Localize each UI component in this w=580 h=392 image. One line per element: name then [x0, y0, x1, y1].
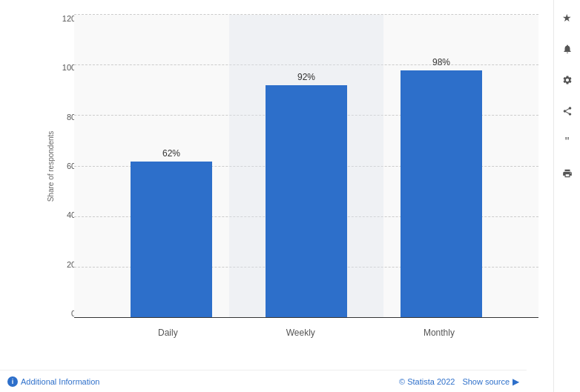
bar-weekly [266, 85, 347, 318]
chart-wrapper: Share of respondents 0% 20% 40% 60% 80% … [45, 15, 538, 348]
main-container: Share of respondents 0% 20% 40% 60% 80% … [0, 0, 580, 392]
bell-icon[interactable] [557, 39, 578, 59]
share-icon[interactable] [557, 101, 578, 122]
chart-area: Share of respondents 0% 20% 40% 60% 80% … [0, 0, 553, 392]
bar-group-daily: 62% [131, 148, 212, 318]
bar-monthly [401, 70, 482, 318]
star-icon[interactable]: ★ [557, 7, 578, 28]
show-source-link[interactable]: Show source ▶ [462, 376, 519, 387]
y-axis-title: Share of respondents [47, 131, 56, 202]
quote-icon[interactable]: " [557, 132, 578, 153]
bar-value-daily: 62% [162, 148, 180, 159]
print-icon[interactable] [557, 163, 578, 184]
plot-area: 62% 92% 98% [74, 15, 538, 318]
footer-left: i Additional Information [7, 376, 99, 387]
bars-container: 62% 92% 98% [74, 15, 538, 318]
footer-right: © Statista 2022 Show source ▶ [399, 376, 519, 387]
sidebar: ★ " [553, 0, 580, 392]
x-label-monthly: Monthly [424, 328, 455, 338]
show-source-arrow: ▶ [513, 376, 519, 387]
x-axis: Daily Weekly Monthly [74, 318, 538, 348]
bar-value-weekly: 92% [297, 72, 315, 82]
gear-icon[interactable] [557, 70, 578, 90]
bar-group-weekly: 92% [266, 72, 347, 318]
additional-info-link[interactable]: Additional Information [21, 377, 99, 386]
x-label-weekly: Weekly [286, 328, 315, 338]
copyright-text: © Statista 2022 [399, 377, 455, 386]
x-label-daily: Daily [158, 328, 178, 338]
info-icon: i [7, 376, 18, 387]
bar-daily [131, 162, 212, 318]
bar-value-monthly: 98% [432, 57, 450, 67]
footer: i Additional Information © Statista 2022… [0, 370, 527, 392]
bar-group-monthly: 98% [401, 57, 482, 318]
